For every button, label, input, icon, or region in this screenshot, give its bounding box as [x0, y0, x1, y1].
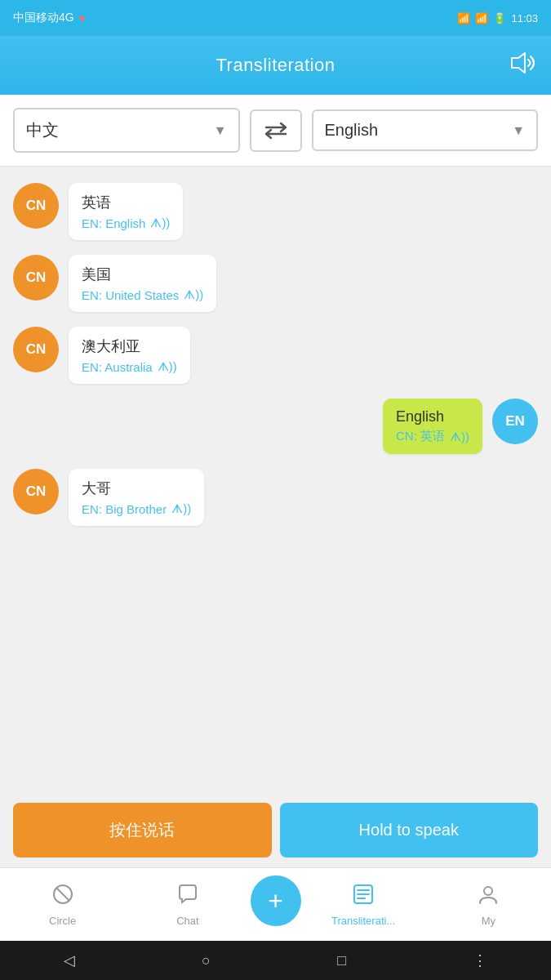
home-button[interactable]: ○ — [202, 952, 211, 969]
carrier-label: 中国移动4G — [13, 11, 74, 25]
transliteration-nav-label: Transliterati... — [331, 915, 395, 927]
bubble-translation-0: EN: English ᗑ)) — [82, 216, 170, 230]
nav-item-chat[interactable]: Chat — [125, 883, 250, 927]
back-button[interactable]: ◁ — [64, 951, 75, 969]
add-button[interactable]: + — [251, 875, 301, 926]
sound-icon[interactable] — [510, 51, 535, 79]
bubble-0[interactable]: 英语EN: English ᗑ)) — [69, 183, 183, 240]
language-bar: 中文 ▼ English ▼ — [0, 95, 551, 167]
chat-area: CN英语EN: English ᗑ))CN美国EN: United States… — [0, 167, 551, 793]
status-bar: 中国移动4G ♥ 📶 📶 🔋 11:03 — [0, 0, 551, 36]
hold-to-speak-en-button[interactable]: Hold to speak — [280, 803, 539, 858]
bubble-main-text-1: 美国 — [82, 265, 203, 284]
chat-nav-label: Chat — [176, 915, 198, 927]
app-title: Transliteration — [216, 55, 335, 76]
my-nav-label: My — [482, 915, 495, 927]
svg-marker-0 — [512, 53, 525, 73]
nav-item-transliteration[interactable]: Transliterati... — [301, 883, 426, 927]
status-left: 中国移动4G ♥ — [13, 11, 85, 25]
android-navigation-bar: ◁ ○ □ ⋮ — [0, 941, 551, 980]
time-label: 11:03 — [511, 12, 538, 24]
bubble-translation-4: EN: Big Brother ᗑ)) — [82, 501, 191, 516]
bubble-main-text-3: English — [396, 408, 469, 425]
swap-languages-button[interactable] — [250, 109, 302, 152]
more-button[interactable]: ⋮ — [473, 951, 487, 969]
bubble-3[interactable]: EnglishCN: 英语 ᗑ)) — [383, 399, 482, 454]
source-dropdown-arrow: ▼ — [214, 123, 227, 138]
hold-to-speak-cn-button[interactable]: 按住说话 — [13, 803, 272, 858]
transliteration-nav-icon — [352, 883, 375, 911]
battery-icon: 🔋 — [493, 12, 506, 24]
avatar-0: CN — [13, 183, 59, 229]
bubble-translation-2: EN: Australia ᗑ)) — [82, 359, 177, 374]
chat-message-3: ENEnglishCN: 英语 ᗑ)) — [13, 399, 538, 454]
plus-icon: + — [268, 888, 283, 914]
bubble-main-text-2: 澳大利亚 — [82, 336, 177, 356]
source-language-selector[interactable]: 中文 ▼ — [13, 108, 240, 153]
target-language-label: English — [325, 121, 379, 140]
wifi-icon: 📶 — [457, 12, 470, 24]
app-header: Transliteration — [0, 36, 551, 95]
chat-message-4: CN大哥EN: Big Brother ᗑ)) — [13, 469, 538, 526]
status-right: 📶 📶 🔋 11:03 — [457, 12, 538, 24]
bubble-main-text-0: 英语 — [82, 193, 170, 212]
heart-icon: ♥ — [79, 12, 86, 24]
bottom-navigation: Circle Chat + Transliterati... — [0, 867, 551, 941]
circle-nav-icon — [51, 883, 74, 911]
nav-item-circle[interactable]: Circle — [0, 883, 125, 927]
nav-item-my[interactable]: My — [426, 883, 551, 927]
my-nav-icon — [477, 883, 500, 911]
chat-message-1: CN美国EN: United States ᗑ)) — [13, 255, 538, 312]
source-language-label: 中文 — [26, 119, 59, 141]
svg-line-2 — [57, 889, 69, 900]
svg-point-7 — [484, 887, 492, 895]
bubble-1[interactable]: 美国EN: United States ᗑ)) — [69, 255, 216, 312]
signal-icon: 📶 — [475, 12, 488, 24]
recent-button[interactable]: □ — [337, 952, 346, 969]
bubble-translation-1: EN: United States ᗑ)) — [82, 287, 203, 302]
target-language-selector[interactable]: English ▼ — [312, 109, 539, 151]
chat-nav-icon — [176, 883, 199, 911]
target-dropdown-arrow: ▼ — [512, 123, 525, 138]
avatar-2: CN — [13, 327, 59, 372]
chat-message-2: CN澳大利亚EN: Australia ᗑ)) — [13, 327, 538, 384]
bubble-translation-3: CN: 英语 ᗑ)) — [396, 429, 469, 444]
speak-buttons: 按住说话 Hold to speak — [0, 793, 551, 867]
bubble-4[interactable]: 大哥EN: Big Brother ᗑ)) — [69, 469, 204, 526]
bubble-main-text-4: 大哥 — [82, 479, 191, 498]
avatar-3: EN — [492, 399, 538, 444]
avatar-1: CN — [13, 255, 59, 301]
avatar-4: CN — [13, 469, 59, 514]
bubble-2[interactable]: 澳大利亚EN: Australia ᗑ)) — [69, 327, 190, 384]
chat-message-0: CN英语EN: English ᗑ)) — [13, 183, 538, 240]
circle-nav-label: Circle — [49, 915, 76, 927]
